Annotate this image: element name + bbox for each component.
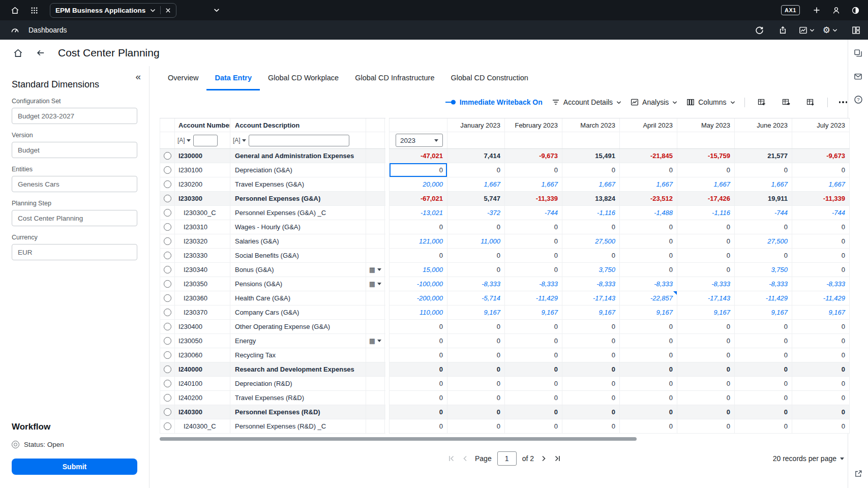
value-cell[interactable]: -372 xyxy=(447,206,505,220)
value-cell[interactable]: 0 xyxy=(505,419,562,433)
layout-panels-icon[interactable] xyxy=(848,23,863,37)
refresh-icon[interactable] xyxy=(752,23,767,37)
value-cell[interactable]: 0 xyxy=(389,419,447,433)
value-cell[interactable]: -22,857 xyxy=(620,291,677,305)
value-cell[interactable]: -9,673 xyxy=(792,149,850,163)
user-icon[interactable] xyxy=(828,3,844,17)
value-cell[interactable]: 1,667 xyxy=(792,177,850,191)
row-select-radio[interactable] xyxy=(164,180,171,188)
value-cell[interactable]: -11,429 xyxy=(505,291,562,305)
row-select-radio[interactable] xyxy=(164,323,171,330)
value-cell[interactable]: 27,500 xyxy=(562,234,620,248)
value-cell[interactable]: 0 xyxy=(447,405,505,419)
tab-global-cd-workplace[interactable]: Global CD Workplace xyxy=(260,66,347,90)
first-page-icon[interactable] xyxy=(447,454,456,463)
value-cell[interactable]: 0 xyxy=(447,334,505,348)
row-select-radio[interactable] xyxy=(164,223,171,231)
value-cell[interactable]: 0 xyxy=(389,362,447,376)
value-cell[interactable]: 9,167 xyxy=(677,306,735,319)
value-cell[interactable]: 0 xyxy=(447,249,505,262)
table-distribute-icon[interactable] xyxy=(779,95,794,109)
value-cell[interactable]: 0 xyxy=(792,249,850,262)
year-dropdown[interactable]: 2023 xyxy=(396,134,443,147)
value-cell[interactable]: 20,000 xyxy=(389,177,447,191)
row-select-radio[interactable] xyxy=(164,195,171,202)
value-cell[interactable]: 0 xyxy=(792,391,850,405)
value-cell[interactable]: 19,911 xyxy=(735,192,792,205)
value-cell[interactable]: 7,414 xyxy=(447,149,505,163)
row-select-cell[interactable] xyxy=(160,249,175,262)
value-cell[interactable]: 0 xyxy=(735,249,792,262)
value-cell[interactable]: 0 xyxy=(677,234,735,248)
row-select-radio[interactable] xyxy=(164,252,171,259)
value-cell[interactable]: 0 xyxy=(389,334,447,348)
value-cell[interactable]: 0 xyxy=(562,362,620,376)
value-cell[interactable]: 5,747 xyxy=(447,192,505,205)
row-select-cell[interactable] xyxy=(160,149,175,163)
row-select-cell[interactable] xyxy=(160,334,175,348)
value-cell[interactable]: -1,116 xyxy=(562,206,620,220)
app-grid-icon[interactable] xyxy=(26,3,42,17)
row-select-cell[interactable] xyxy=(160,192,175,205)
open-external-icon[interactable] xyxy=(851,467,866,481)
value-cell[interactable]: -67,021 xyxy=(389,192,447,205)
last-page-icon[interactable] xyxy=(553,454,561,463)
columns-menu[interactable]: Columns xyxy=(686,98,735,106)
value-cell[interactable]: 0 xyxy=(620,249,677,262)
row-select-cell[interactable] xyxy=(160,220,175,234)
value-cell[interactable]: 0 xyxy=(677,348,735,362)
value-cell[interactable]: 0 xyxy=(447,391,505,405)
previous-page-icon[interactable] xyxy=(461,454,469,463)
value-cell[interactable]: 0 xyxy=(447,419,505,433)
value-cell[interactable]: -8,333 xyxy=(620,277,677,291)
row-select-radio[interactable] xyxy=(164,337,171,345)
value-cell[interactable]: 1,667 xyxy=(677,177,735,191)
value-cell[interactable]: 0 xyxy=(505,405,562,419)
value-cell[interactable]: 0 xyxy=(735,405,792,419)
value-cell[interactable]: 11,000 xyxy=(447,234,505,248)
version-field[interactable]: Budget xyxy=(12,142,137,158)
value-cell[interactable]: 0 xyxy=(505,163,562,177)
value-cell[interactable]: 0 xyxy=(447,362,505,376)
value-cell[interactable]: 3,750 xyxy=(562,263,620,277)
value-cell[interactable]: -15,759 xyxy=(677,149,735,163)
distribution-grid-icon[interactable]: ▦ xyxy=(369,338,375,344)
value-cell[interactable]: 0 xyxy=(792,362,850,376)
help-icon[interactable]: ? xyxy=(851,93,866,107)
value-cell[interactable]: 0 xyxy=(447,348,505,362)
value-cell[interactable]: 1,667 xyxy=(735,177,792,191)
value-cell[interactable]: 0 xyxy=(505,377,562,390)
value-cell[interactable]: 0 xyxy=(505,334,562,348)
value-cell[interactable]: 0 xyxy=(447,220,505,234)
value-cell[interactable]: 3,750 xyxy=(735,263,792,277)
value-cell[interactable]: 0 xyxy=(735,220,792,234)
value-cell[interactable]: -13,021 xyxy=(389,206,447,220)
value-cell[interactable]: 0 xyxy=(447,163,505,177)
comments-icon[interactable] xyxy=(851,46,866,60)
value-cell[interactable]: 0 xyxy=(562,348,620,362)
analysis-menu-button[interactable] xyxy=(799,26,815,35)
value-cell[interactable]: 15,491 xyxy=(562,149,620,163)
value-cell[interactable]: 0 xyxy=(735,377,792,390)
value-cell[interactable]: -1,116 xyxy=(677,206,735,220)
value-cell[interactable]: 0 xyxy=(505,320,562,333)
row-actions-cell[interactable]: ▦ xyxy=(366,263,385,277)
value-cell[interactable]: 9,167 xyxy=(620,306,677,319)
row-select-cell[interactable] xyxy=(160,419,175,433)
chevron-down-icon[interactable] xyxy=(377,340,381,342)
row-select-cell[interactable] xyxy=(160,306,175,319)
value-cell[interactable]: 0 xyxy=(389,163,447,177)
value-cell[interactable]: 0 xyxy=(620,377,677,390)
settings-menu-button[interactable]: ⚙ xyxy=(823,26,837,35)
value-cell[interactable]: -744 xyxy=(735,206,792,220)
row-select-radio[interactable] xyxy=(164,266,171,273)
account-number-filter-input[interactable] xyxy=(193,135,218,146)
value-cell[interactable]: 0 xyxy=(677,263,735,277)
theme-toggle-icon[interactable] xyxy=(848,3,863,17)
value-cell[interactable]: -11,339 xyxy=(792,192,850,205)
value-cell[interactable]: 0 xyxy=(735,334,792,348)
value-cell[interactable]: 0 xyxy=(792,419,850,433)
value-cell[interactable]: 0 xyxy=(735,348,792,362)
close-tab-icon[interactable] xyxy=(165,8,171,13)
value-cell[interactable]: 9,167 xyxy=(505,306,562,319)
